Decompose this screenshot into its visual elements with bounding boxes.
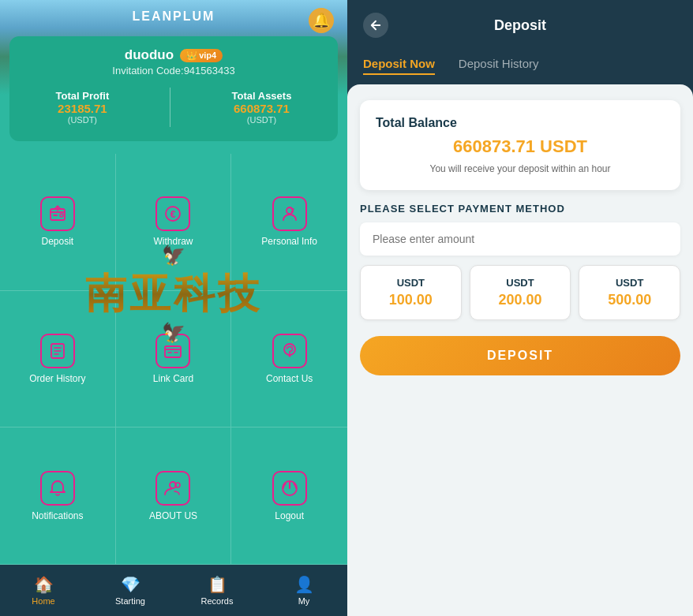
nav-item-my[interactable]: 👤 My (260, 575, 347, 606)
deposit-title: Deposit (404, 17, 636, 34)
balance-note: You will receive your deposit within an … (376, 163, 665, 174)
deposit-history-label: Deposit History (459, 57, 539, 70)
svg-point-3 (60, 214, 63, 217)
amount-value-3: 500.00 (586, 292, 673, 308)
deposit-tabs: Deposit Now Deposit History (347, 50, 693, 84)
svg-text:€: € (170, 209, 176, 220)
balance-amount: 660873.71 USDT (376, 136, 665, 157)
assets-value: 660873.71 (232, 102, 292, 115)
amount-input-wrap (360, 222, 680, 256)
vip-level: vip4 (199, 50, 216, 60)
amount-unit-2: USDT (477, 277, 564, 289)
amount-option-500[interactable]: USDT 500.00 (579, 265, 680, 320)
amount-unit-3: USDT (586, 277, 673, 289)
right-panel: Deposit Deposit Now Deposit History Tota… (347, 0, 693, 616)
my-icon: 👤 (294, 575, 314, 594)
starting-icon: 💎 (121, 575, 140, 594)
svg-point-6 (287, 207, 293, 214)
notifications-icon (40, 471, 75, 506)
home-nav-label: Home (32, 596, 54, 606)
deposit-button-label: DEPOSIT (487, 349, 553, 362)
nav-item-starting[interactable]: 💎 Starting (87, 575, 174, 606)
menu-item-contact-us[interactable]: Contact Us (231, 291, 347, 428)
menu-item-notifications[interactable]: Notifications (0, 427, 116, 565)
bottom-nav: 🏠 Home 💎 Starting 📋 Records 👤 My (0, 565, 347, 616)
home-icon: 🏠 (34, 575, 54, 594)
menu-item-about-us[interactable]: ABOUT US (116, 427, 232, 565)
about-us-label: ABOUT US (149, 510, 197, 521)
back-button[interactable] (363, 13, 388, 38)
notification-bell-icon[interactable]: 🔔 (307, 6, 335, 35)
deposit-button[interactable]: DEPOSIT (360, 336, 680, 375)
profit-label: Total Profit (56, 90, 110, 102)
total-profit-stat: Total Profit 23185.71 (USDT) (56, 90, 110, 125)
link-card-label: Link Card (153, 373, 193, 384)
menu-item-order-history[interactable]: Order History (0, 291, 116, 428)
link-card-icon (155, 334, 190, 368)
amount-options: USDT 100.00 USDT 200.00 USDT 500.00 (360, 265, 680, 320)
user-card: duoduo 👑 vip4 Invitation Code:941563433 … (9, 36, 338, 141)
total-assets-stat: Total Assets 660873.71 (USDT) (232, 90, 292, 125)
amount-option-200[interactable]: USDT 200.00 (470, 265, 571, 320)
tab-deposit-history[interactable]: Deposit History (459, 57, 539, 75)
starting-nav-label: Starting (115, 596, 145, 606)
withdraw-label: Withdraw (153, 236, 193, 247)
logout-icon (272, 471, 307, 506)
amount-value-2: 200.00 (477, 292, 564, 308)
notifications-label: Notifications (32, 510, 83, 521)
profit-unit: (USDT) (56, 115, 110, 125)
deposit-icon (40, 196, 75, 231)
user-name: duoduo (125, 47, 174, 63)
nav-item-records[interactable]: 📋 Records (174, 575, 260, 606)
stat-divider (170, 88, 170, 127)
deposit-label: Deposit (41, 236, 73, 247)
profit-value: 23185.71 (56, 102, 110, 115)
balance-card: Total Balance 660873.71 USDT You will re… (360, 100, 680, 190)
withdraw-icon: € (155, 196, 190, 231)
balance-title: Total Balance (376, 116, 665, 130)
app-title: LEANPLUM (0, 0, 347, 30)
menu-item-withdraw[interactable]: € Withdraw (116, 154, 232, 291)
nav-item-home[interactable]: 🏠 Home (0, 575, 87, 606)
svg-rect-8 (165, 346, 181, 357)
menu-grid: Deposit € Withdraw Personal Info (0, 154, 347, 565)
records-nav-label: Records (201, 596, 234, 606)
tab-deposit-now[interactable]: Deposit Now (363, 57, 435, 75)
left-panel: LEANPLUM 🔔 duoduo 👑 vip4 Invitation Code… (0, 0, 347, 616)
deposit-now-label: Deposit Now (363, 57, 435, 70)
personal-info-label: Personal Info (261, 236, 317, 247)
menu-item-deposit[interactable]: Deposit (0, 154, 116, 291)
amount-unit-1: USDT (367, 277, 455, 289)
deposit-header: Deposit (347, 0, 693, 50)
amount-value-1: 100.00 (367, 292, 455, 308)
invitation-code: Invitation Code:941563433 (25, 65, 322, 77)
menu-item-logout[interactable]: Logout (231, 427, 347, 565)
order-history-icon (40, 334, 75, 368)
menu-item-link-card[interactable]: Link Card (116, 291, 232, 428)
about-us-icon (155, 471, 190, 506)
assets-label: Total Assets (232, 90, 292, 102)
assets-unit: (USDT) (232, 115, 292, 125)
app-name-text: LEANPLUM (133, 9, 215, 23)
vip-badge: 👑 vip4 (180, 49, 223, 62)
svg-text:🔔: 🔔 (313, 12, 331, 29)
records-icon: 📋 (208, 575, 227, 594)
svg-point-10 (288, 354, 290, 357)
contact-us-icon (272, 334, 307, 368)
amount-option-100[interactable]: USDT 100.00 (360, 265, 462, 320)
payment-method-label: PLEASE SELECT PAYMENT METHOD (360, 203, 680, 215)
my-nav-label: My (298, 596, 310, 606)
deposit-content: Total Balance 660873.71 USDT You will re… (347, 84, 693, 616)
contact-us-label: Contact Us (266, 373, 313, 384)
amount-input[interactable] (373, 233, 668, 245)
personal-info-icon (272, 196, 307, 231)
logout-label: Logout (275, 510, 304, 521)
order-history-label: Order History (29, 373, 85, 384)
menu-item-personal-info[interactable]: Personal Info (231, 154, 347, 291)
